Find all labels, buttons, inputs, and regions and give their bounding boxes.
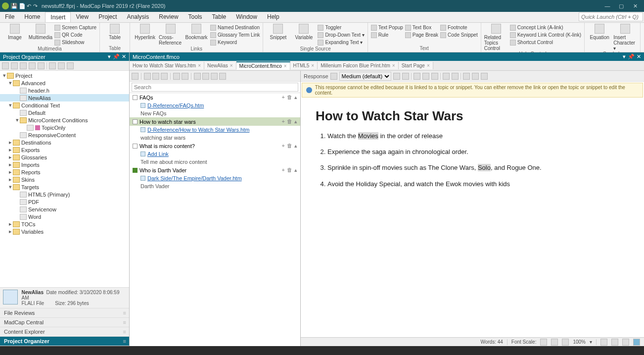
quick-launch-input[interactable] xyxy=(579,12,643,21)
tree-node[interactable]: ▾Project xyxy=(0,72,129,79)
microcontent-link[interactable]: D-Reference/How to Watch Star Wars.htm xyxy=(130,126,300,134)
toolbar-icon[interactable] xyxy=(330,73,337,80)
redo-icon[interactable]: ↷ xyxy=(33,3,38,9)
ribbon-page-break[interactable]: Page Break xyxy=(405,31,438,39)
toolbar-icon[interactable] xyxy=(11,62,18,69)
maximize-button[interactable]: ▢ xyxy=(614,1,628,11)
ribbon-cross-reference[interactable]: Cross-Reference xyxy=(159,24,183,46)
toolbar-icon[interactable] xyxy=(182,73,188,80)
ribbon-image[interactable]: Image xyxy=(3,24,27,40)
ribbon-related-topics-control[interactable]: Related Topics Control xyxy=(484,24,508,51)
close-icon[interactable]: × xyxy=(392,63,395,68)
document-tab[interactable]: MicroContent.flmco× xyxy=(236,61,290,70)
tree-node[interactable]: ResponsiveContent xyxy=(0,131,129,139)
doc-pin-icon[interactable]: 📌 xyxy=(628,53,635,60)
document-tab[interactable]: Millenium Falcon Blue Print.htm× xyxy=(318,62,398,69)
tree-node[interactable]: PDF xyxy=(0,198,129,205)
toolbar-icon[interactable] xyxy=(211,73,218,80)
ribbon-glossary-term-link[interactable]: Glossary Term Link xyxy=(210,31,260,39)
ribbon-hyperlink[interactable]: Hyperlink xyxy=(133,24,157,40)
zoom-reset-icon[interactable] xyxy=(551,339,558,346)
tree-node[interactable]: ▾Targets xyxy=(0,183,129,191)
tree-node[interactable]: TopicOnly xyxy=(0,124,129,131)
ribbon-code-snippet[interactable]: Code Snippet xyxy=(440,31,478,39)
project-tree[interactable]: ▾Project▾Advancedheader.hNewAlias▾Condit… xyxy=(0,71,129,287)
microcontent-phrase[interactable]: New FAQs xyxy=(130,109,300,117)
close-icon[interactable]: × xyxy=(311,63,314,68)
ribbon-footnote[interactable]: Footnote xyxy=(440,24,478,31)
ribbon-keyword-link-control-k-link-[interactable]: Keyword Link Control (K-link) xyxy=(510,31,582,39)
document-tab[interactable]: Start Page× xyxy=(399,62,433,69)
bottom-tab-content-explorer[interactable]: Content Explorer≡ xyxy=(0,327,129,337)
microcontent-item[interactable]: How to watch star wars+🗑▴ xyxy=(130,117,300,126)
add-phrase-icon[interactable]: + xyxy=(282,94,285,101)
ribbon-rule[interactable]: Rule xyxy=(371,31,403,39)
microcontent-phrase[interactable]: Darth Vader xyxy=(130,182,300,190)
microcontent-link[interactable]: Dark Side/The Empire/Darth Vader.htm xyxy=(130,174,300,182)
menu-view[interactable]: View xyxy=(71,12,93,22)
panel-close-icon[interactable]: ✕ xyxy=(122,53,126,60)
delete-icon[interactable]: 🗑 xyxy=(287,94,292,101)
collapse-icon[interactable]: ▴ xyxy=(294,94,297,101)
toolbar-icon[interactable] xyxy=(2,62,9,69)
doc-dropdown-icon[interactable]: ▾ xyxy=(623,53,626,60)
close-icon[interactable]: × xyxy=(230,63,233,68)
tree-node[interactable]: ▸Reports xyxy=(0,168,129,176)
microcontent-item[interactable]: What is micro content?+🗑▴ xyxy=(130,142,300,150)
microcontent-search-input[interactable] xyxy=(132,83,298,92)
toolbar-icon[interactable] xyxy=(472,73,479,80)
ribbon-text-popup[interactable]: Text Popup xyxy=(371,24,403,31)
document-tab[interactable]: How to Watch Star Wars.htm× xyxy=(130,62,204,69)
add-phrase-icon[interactable]: + xyxy=(282,118,285,125)
toolbar-icon[interactable] xyxy=(49,62,56,69)
ribbon-shortcut-control[interactable]: Shortcut Control xyxy=(510,39,582,46)
collapse-icon[interactable]: ▴ xyxy=(294,118,297,125)
toolbar-icon[interactable] xyxy=(38,62,45,69)
toolbar-icon[interactable] xyxy=(202,73,209,80)
tree-node[interactable]: NewAlias xyxy=(0,94,129,101)
menu-help[interactable]: Help xyxy=(262,12,284,22)
view-mode-icon[interactable] xyxy=(633,339,640,346)
tree-node[interactable]: HTML5 (Primary) xyxy=(0,191,129,198)
view-mode-icon[interactable] xyxy=(600,339,607,346)
ribbon-qr-code[interactable]: QR Code xyxy=(54,31,96,39)
toolbar-icon[interactable] xyxy=(463,73,470,80)
tree-node[interactable]: ▸Exports xyxy=(0,146,129,153)
document-tab[interactable]: HTML5× xyxy=(290,62,318,69)
toolbar-icon[interactable] xyxy=(443,73,450,80)
add-phrase-icon[interactable]: + xyxy=(282,143,285,149)
menu-file[interactable]: File xyxy=(0,12,19,22)
new-file-icon[interactable]: 📄 xyxy=(19,3,25,9)
tree-node[interactable]: Servicenow xyxy=(0,205,129,213)
ribbon-screen-capture[interactable]: Screen Capture xyxy=(54,24,96,31)
bottom-tab-file-reviews[interactable]: File Reviews≡ xyxy=(0,308,129,318)
ribbon-variable[interactable]: Variable xyxy=(292,24,316,40)
tree-node[interactable]: ▸Skins xyxy=(0,176,129,183)
toolbar-icon[interactable] xyxy=(194,73,201,80)
menu-project[interactable]: Project xyxy=(93,12,122,22)
ribbon-slideshow[interactable]: Slideshow xyxy=(54,39,96,46)
tree-node[interactable]: header.h xyxy=(0,87,129,94)
tree-node[interactable]: ▾Conditional Text xyxy=(0,101,129,109)
ribbon-bookmark[interactable]: Bookmark xyxy=(184,24,208,40)
toolbar-icon[interactable] xyxy=(402,73,409,80)
microcontent-phrase[interactable]: watching star wars xyxy=(130,134,300,142)
collapse-icon[interactable]: ▴ xyxy=(294,143,297,149)
view-mode-icon[interactable] xyxy=(622,339,629,346)
microcontent-link[interactable]: Add Link xyxy=(130,150,300,158)
tree-node[interactable]: ▸Destinations xyxy=(0,139,129,146)
ribbon-concept-link-a-link-[interactable]: Concept Link (A-link) xyxy=(510,24,582,31)
ribbon-text-box[interactable]: Text Box xyxy=(405,24,438,31)
doc-close-icon[interactable]: ✕ xyxy=(637,53,641,60)
panel-dropdown-icon[interactable]: ▾ xyxy=(108,53,111,60)
delete-icon[interactable]: 🗑 xyxy=(287,118,292,125)
toolbar-icon[interactable] xyxy=(144,73,151,80)
menu-table[interactable]: Table xyxy=(207,12,231,22)
toolbar-icon[interactable] xyxy=(58,62,65,69)
menu-home[interactable]: Home xyxy=(19,12,45,22)
toolbar-icon[interactable] xyxy=(422,73,429,80)
toolbar-icon[interactable] xyxy=(219,73,226,80)
save-icon[interactable]: 💾 xyxy=(11,3,17,9)
toolbar-icon[interactable] xyxy=(431,73,438,80)
toolbar-icon[interactable] xyxy=(481,73,488,80)
